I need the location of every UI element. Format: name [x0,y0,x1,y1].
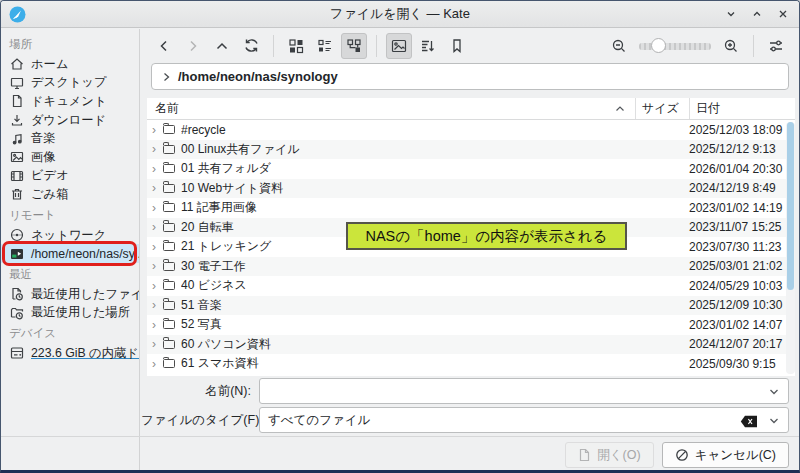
filetype-value: すべてのファイル [268,412,370,429]
sidebar-item-label: ホーム [31,56,68,73]
filetype-label: ファイルのタイプ(F): [141,412,259,429]
folder-icon [163,203,175,212]
column-header-name[interactable]: 名前 [147,100,635,117]
expand-chevron-icon[interactable] [147,163,161,175]
sidebar-item-label: デスクトップ [31,74,107,91]
filename-combobox[interactable] [259,378,789,404]
forward-button[interactable] [180,33,206,59]
list-header: 名前 サイズ 日付 [147,98,795,120]
filename-input[interactable] [268,383,760,399]
options-button[interactable] [763,33,789,59]
sidebar-item-pictures[interactable]: 画像 [1,148,139,167]
breadcrumb-path[interactable]: /home/neon/nas/synology [178,69,338,84]
sort-ascending-icon [615,105,625,113]
network-icon [9,227,25,243]
column-header-size[interactable]: サイズ [635,98,689,119]
sidebar-item-home[interactable]: ホーム [1,55,139,74]
dialog-buttons: 開く(O) キャンセル(C) [565,442,789,468]
sidebar-item-music[interactable]: 音楽 [1,129,139,148]
maximize-button[interactable] [751,8,763,20]
sidebar-item-label: ドキュメント [31,93,107,110]
trash-icon [9,186,25,202]
sidebar-item-downloads[interactable]: ダウンロード [1,111,139,130]
icon-view-button[interactable] [283,33,309,59]
table-row[interactable]: 52 写真2023/01/02 14:07 [147,315,795,335]
expand-chevron-icon[interactable] [147,202,161,214]
open-file-icon [578,448,591,462]
expand-chevron-icon[interactable] [147,221,161,233]
sidebar-item-label: ビデオ [31,167,69,184]
sidebar-item-videos[interactable]: ビデオ [1,167,139,186]
minimize-button[interactable] [725,8,737,20]
open-button[interactable]: 開く(O) [565,442,653,468]
table-row[interactable]: 11 記事用画像2023/01/02 14:19 [147,198,795,218]
location-bar[interactable]: /home/neon/nas/synology [151,63,789,90]
close-button[interactable] [777,8,789,20]
sidebar-item-recent-files[interactable]: 最近使用したファイル [1,285,139,304]
vertical-scrollbar[interactable] [786,122,795,374]
sidebar-item-label: 画像 [31,149,56,166]
up-button[interactable] [209,33,235,59]
expand-chevron-icon[interactable] [147,280,161,292]
expand-chevron-icon[interactable] [147,241,161,253]
expand-chevron-icon[interactable] [147,124,161,136]
sidebar-item-recent-locations[interactable]: 最近使用した場所 [1,304,139,323]
folder-icon [163,145,175,154]
table-row[interactable]: 51 音楽2025/12/09 10:30 [147,296,795,316]
annotation-callout: NASの「home」の内容が表示される [346,222,627,250]
image-icon [9,149,25,165]
zoom-slider-handle[interactable] [651,38,666,53]
table-row[interactable]: #recycle2025/12/03 18:09 [147,120,795,140]
detail-view-button[interactable] [312,33,338,59]
table-row[interactable]: 61 スマホ資料2025/09/30 9:15 [147,354,795,374]
sidebar-item-nas-synology[interactable]: /home/neon/nas/sy... [1,244,139,263]
sidebar-item-trash[interactable]: ごみ箱 [1,185,139,204]
folder-icon [163,359,175,368]
clear-text-icon[interactable] [740,415,758,428]
back-button[interactable] [151,33,177,59]
document-icon [9,93,25,109]
window-title: ファイルを開く — Kate [1,5,799,23]
preview-toggle-button[interactable] [386,33,412,59]
table-row[interactable]: 00 Linux共有ファイル2025/12/12 9:13 [147,140,795,160]
scrollbar-thumb[interactable] [787,122,794,290]
sort-button[interactable] [415,33,441,59]
zoom-in-button[interactable] [718,33,744,59]
filetype-combobox[interactable]: すべてのファイル [259,407,789,433]
chevron-down-icon[interactable] [768,415,780,427]
places-sidebar: 場所 ホーム デスクトップ ドキュメント ダウンロード 音楽 画像 ビデオ [1,29,140,470]
filename-label: 名前(N): [141,383,259,400]
cancel-button[interactable]: キャンセル(C) [662,442,789,468]
sidebar-item-network[interactable]: ネットワーク [1,226,139,245]
expand-chevron-icon[interactable] [147,319,161,331]
table-row[interactable]: 01 共有フォルダ2026/01/04 20:30 [147,159,795,179]
expand-chevron-icon[interactable] [147,299,161,311]
titlebar[interactable]: ファイルを開く — Kate [1,1,799,28]
expand-chevron-icon[interactable] [147,143,161,155]
table-row[interactable]: 60 パソコン資料2024/12/07 20:17 [147,335,795,355]
home-icon [9,56,25,72]
tree-view-button[interactable] [341,33,367,59]
sidebar-item-label: 音楽 [31,130,56,147]
expand-chevron-icon[interactable] [147,182,161,194]
chevron-down-icon[interactable] [768,386,780,398]
refresh-button[interactable] [238,33,264,59]
nas-folder-icon [9,246,25,262]
expand-chevron-icon[interactable] [147,338,161,350]
table-row[interactable]: 30 電子工作2025/03/01 21:02 [147,257,795,277]
sidebar-item-desktop[interactable]: デスクトップ [1,74,139,93]
table-row[interactable]: 40 ビジネス2024/05/29 10:03 [147,276,795,296]
folder-icon [163,184,175,193]
folder-icon [163,125,175,134]
expand-chevron-icon[interactable] [147,260,161,272]
cancel-icon [675,448,689,462]
zoom-out-button[interactable] [606,33,632,59]
column-header-date[interactable]: 日付 [689,98,795,119]
table-row[interactable]: 10 Webサイト資料2024/12/19 8:49 [147,179,795,199]
sidebar-item-documents[interactable]: ドキュメント [1,92,139,111]
zoom-slider[interactable] [639,38,711,54]
expand-chevron-icon[interactable] [147,358,161,370]
sidebar-item-internal-drive[interactable]: 223.6 GiB の内蔵ドラ... [1,344,139,363]
navigation-toolbar [141,29,799,62]
bookmark-button[interactable] [444,33,470,59]
